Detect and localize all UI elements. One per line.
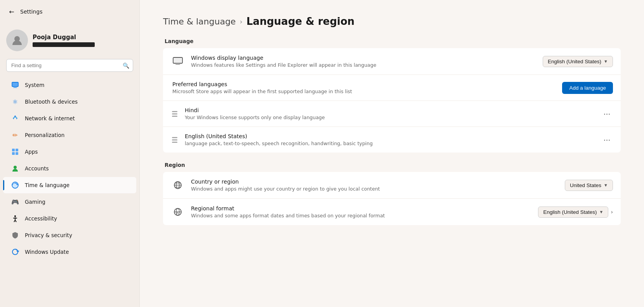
sidebar-label-bluetooth: Bluetooth & devices — [25, 99, 78, 105]
svg-text:A: A — [177, 212, 179, 215]
preferred-languages-label: Preferred languages — [172, 81, 556, 87]
personalization-icon: ✏️ — [11, 131, 19, 139]
hindi-drag-handle[interactable] — [171, 111, 179, 117]
add-language-action[interactable]: Add a language — [562, 82, 613, 94]
sidebar-item-network[interactable]: Network & internet — [3, 110, 136, 127]
sidebar-item-gaming[interactable]: 🎮 Gaming — [3, 194, 136, 210]
svg-point-9 — [14, 166, 17, 169]
regional-format-dropdown[interactable]: English (United States) ▼ — [538, 206, 608, 218]
sidebar-label-privacy: Privacy & security — [25, 232, 72, 238]
windows-update-icon — [11, 248, 19, 256]
regional-format-label: Regional format — [191, 205, 532, 212]
main-content: Time & language › Language & region Lang… — [140, 0, 644, 307]
breadcrumb: Time & language › Language & region — [163, 16, 621, 27]
search-icon: 🔍 — [123, 62, 129, 69]
sidebar-item-apps[interactable]: Apps — [3, 144, 136, 160]
preferred-languages-text: Preferred languages Microsoft Store apps… — [171, 81, 556, 94]
breadcrumb-parent[interactable]: Time & language — [163, 17, 236, 26]
country-region-label: Country or region — [191, 179, 559, 185]
regional-format-row: A Regional format Windows and some apps … — [163, 199, 621, 225]
sidebar-item-windows-update[interactable]: Windows Update — [3, 244, 136, 260]
search-input[interactable] — [6, 59, 133, 72]
svg-rect-17 — [173, 57, 182, 63]
country-region-action[interactable]: United States ▼ — [565, 180, 613, 191]
globe-icon — [171, 178, 185, 192]
regional-format-desc: Windows and some apps format dates and t… — [191, 213, 532, 219]
sidebar-item-accounts[interactable]: Accounts — [3, 160, 136, 177]
nav-list: System ⚛ Bluetooth & devices Network & i… — [0, 75, 139, 262]
regional-format-dropdown-wrap: English (United States) ▼ › — [538, 206, 613, 218]
english-us-row: English (United States) language pack, t… — [163, 127, 621, 153]
english-us-drag-handle[interactable] — [171, 137, 179, 143]
regional-format-text: Regional format Windows and some apps fo… — [191, 205, 532, 219]
language-section-title: Language — [163, 38, 621, 44]
hindi-label: Hindi — [185, 107, 595, 113]
preferred-languages-desc: Microsoft Store apps will appear in the … — [172, 88, 556, 94]
accessibility-icon — [11, 214, 19, 223]
sidebar-label-gaming: Gaming — [25, 199, 45, 205]
windows-display-language-label: Windows display language — [191, 55, 536, 61]
svg-rect-7 — [12, 152, 15, 155]
accounts-icon — [11, 164, 19, 173]
sidebar-label-windows-update: Windows Update — [25, 249, 69, 255]
regional-format-expand-icon[interactable]: › — [611, 209, 613, 215]
monitor-icon — [171, 54, 185, 68]
sidebar-item-accessibility[interactable]: Accessibility — [3, 210, 136, 227]
hindi-dots-action[interactable]: ⋯ — [601, 108, 613, 120]
sidebar-label-apps: Apps — [25, 149, 38, 155]
english-us-text: English (United States) language pack, t… — [185, 133, 595, 146]
preferred-languages-row: Preferred languages Microsoft Store apps… — [163, 75, 621, 101]
chevron-down-icon: ▼ — [604, 59, 608, 64]
user-email-redacted — [33, 42, 95, 47]
sidebar-item-personalization[interactable]: ✏️ Personalization — [3, 127, 136, 143]
add-language-button[interactable]: Add a language — [562, 82, 613, 94]
bluetooth-icon: ⚛ — [11, 97, 19, 106]
sidebar-item-privacy-security[interactable]: Privacy & security — [3, 227, 136, 243]
english-us-dots-action[interactable]: ⋯ — [601, 134, 613, 146]
sidebar-label-accessibility: Accessibility — [25, 215, 57, 222]
sidebar-item-time-language[interactable]: Time & language — [3, 177, 136, 193]
avatar — [6, 29, 28, 51]
chevron-down-icon: ▼ — [599, 210, 604, 214]
sidebar-item-system[interactable]: System — [3, 77, 136, 93]
display-language-dropdown[interactable]: English (United States) ▼ — [543, 56, 613, 67]
svg-rect-5 — [12, 149, 15, 151]
network-icon — [11, 114, 19, 123]
sidebar-label-time-language: Time & language — [25, 182, 69, 188]
chevron-down-icon: ▼ — [604, 183, 608, 187]
english-us-more-options[interactable]: ⋯ — [601, 134, 613, 146]
sidebar-label-system: System — [25, 82, 44, 88]
svg-point-4 — [15, 116, 16, 117]
time-language-icon — [11, 181, 19, 189]
search-box[interactable]: 🔍 — [6, 59, 133, 72]
windows-display-language-row: Windows display language Windows feature… — [163, 48, 621, 75]
language-card: Windows display language Windows feature… — [163, 48, 621, 153]
windows-display-language-desc: Windows features like Settings and File … — [191, 62, 536, 68]
apps-icon — [11, 147, 19, 156]
svg-line-15 — [15, 220, 16, 222]
hindi-text: Hindi Your Windows license supports only… — [185, 107, 595, 120]
user-info: Pooja Duggal — [33, 34, 95, 47]
region-section-title: Region — [163, 162, 621, 168]
svg-rect-6 — [16, 149, 18, 151]
app-title: Settings — [20, 9, 42, 15]
windows-display-language-action[interactable]: English (United States) ▼ — [543, 56, 613, 67]
country-region-desc: Windows and apps might use your country … — [191, 186, 559, 192]
sidebar-label-network: Network & internet — [25, 115, 75, 121]
region-card: Country or region Windows and apps might… — [163, 172, 621, 225]
country-dropdown[interactable]: United States ▼ — [565, 180, 613, 191]
user-name: Pooja Duggal — [33, 34, 95, 41]
hindi-row: Hindi Your Windows license supports only… — [163, 101, 621, 127]
breadcrumb-separator: › — [240, 17, 242, 26]
sidebar-label-accounts: Accounts — [25, 165, 49, 172]
hindi-more-options[interactable]: ⋯ — [601, 108, 613, 120]
privacy-icon — [11, 231, 19, 239]
svg-rect-3 — [13, 87, 17, 88]
back-arrow-icon: ← — [6, 6, 17, 17]
regional-format-action[interactable]: English (United States) ▼ › — [538, 206, 613, 218]
back-button[interactable]: ← Settings — [6, 6, 133, 17]
sidebar-item-bluetooth[interactable]: ⚛ Bluetooth & devices — [3, 94, 136, 110]
english-us-desc: language pack, text-to-speech, speech re… — [185, 140, 595, 146]
user-section: Pooja Duggal — [0, 26, 139, 57]
gaming-icon: 🎮 — [11, 198, 19, 206]
